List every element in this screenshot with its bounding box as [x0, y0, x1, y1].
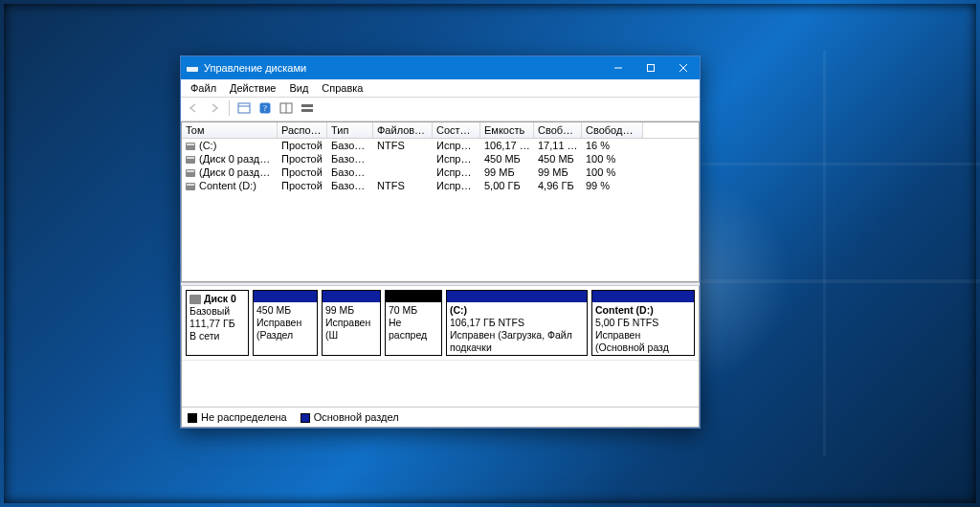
col-volume[interactable]: Том: [182, 122, 278, 138]
legend-bar: Не распределена Основной раздел: [182, 407, 699, 427]
disk-row[interactable]: Диск 0 Базовый 111,77 ГБ В сети 450 МБИс…: [182, 286, 699, 361]
svg-rect-1: [187, 64, 198, 67]
nav-back-button[interactable]: [185, 99, 202, 117]
disk-management-window: Управление дисками Файл Действие Вид Спр…: [180, 55, 701, 429]
volumes-header[interactable]: Том Располо… Тип Файловая с… Состояние Е…: [182, 122, 699, 139]
window-title: Управление дисками: [204, 62, 602, 74]
titlebar[interactable]: Управление дисками: [181, 56, 700, 79]
partition-primary[interactable]: (C:)106,17 ГБ NTFSИсправен (Загрузка, Фа…: [446, 290, 588, 356]
maximize-button[interactable]: [635, 56, 667, 79]
col-status[interactable]: Состояние: [433, 122, 480, 138]
svg-rect-12: [301, 104, 313, 107]
table-row[interactable]: (C:)ПростойБазовыйNTFSИсправен…106,17 ГБ…: [182, 139, 699, 152]
table-row[interactable]: (Диск 0 раздел 2)ПростойБазовыйИсправен……: [182, 165, 699, 179]
menubar: Файл Действие Вид Справка: [181, 79, 700, 98]
partition-unallocated[interactable]: 70 МБНе распред: [385, 290, 442, 356]
toolbar: ?: [181, 98, 700, 121]
table-row[interactable]: Content (D:)ПростойБазовыйNTFSИсправен…5…: [182, 179, 699, 192]
partition-primary[interactable]: Content (D:)5,00 ГБ NTFSИсправен (Основн…: [591, 290, 695, 356]
partition-primary[interactable]: 450 МБИсправен (Раздел: [253, 290, 318, 356]
col-filesystem[interactable]: Файловая с…: [373, 122, 433, 138]
partition-primary[interactable]: 99 МБИсправен (Ш: [322, 290, 381, 356]
disk-info-box[interactable]: Диск 0 Базовый 111,77 ГБ В сети: [186, 290, 249, 356]
col-type[interactable]: Тип: [327, 122, 373, 138]
table-row[interactable]: (Диск 0 раздел 1)ПростойБазовыйИсправен……: [182, 152, 699, 165]
app-icon: [186, 61, 199, 75]
legend-primary: Основной раздел: [301, 411, 399, 423]
help-icon[interactable]: ?: [256, 99, 274, 117]
toolbar-properties-icon[interactable]: [235, 99, 253, 117]
col-layout[interactable]: Располо…: [278, 122, 327, 138]
drive-icon: [186, 143, 195, 150]
disk-panel: Диск 0 Базовый 111,77 ГБ В сети 450 МБИс…: [181, 286, 700, 428]
col-free[interactable]: Свободн…: [534, 122, 582, 138]
menu-view[interactable]: Вид: [283, 81, 314, 95]
drive-icon: [186, 183, 195, 190]
disk-status: В сети: [189, 330, 245, 342]
disk-type: Базовый: [189, 305, 245, 318]
svg-rect-3: [648, 65, 655, 72]
disk-size: 111,77 ГБ: [189, 318, 245, 330]
drive-icon: [186, 156, 195, 164]
volumes-table[interactable]: Том Располо… Тип Файловая с… Состояние Е…: [181, 121, 700, 282]
minimize-button[interactable]: [602, 56, 635, 79]
legend-unallocated: Не распределена: [188, 411, 287, 423]
disk-icon: [189, 295, 201, 304]
svg-rect-6: [238, 103, 250, 113]
col-freepct[interactable]: Свободно %: [582, 122, 643, 138]
close-button[interactable]: [667, 56, 700, 79]
menu-action[interactable]: Действие: [224, 81, 281, 95]
svg-rect-13: [301, 109, 313, 112]
disk-label: Диск 0: [204, 293, 236, 304]
menu-file[interactable]: Файл: [185, 81, 222, 95]
nav-forward-button[interactable]: [206, 99, 223, 117]
drive-icon: [186, 169, 195, 177]
menu-help[interactable]: Справка: [316, 81, 368, 95]
col-capacity[interactable]: Емкость: [480, 122, 534, 138]
list-icon[interactable]: [299, 99, 316, 117]
refresh-icon[interactable]: [278, 99, 295, 117]
svg-text:?: ?: [263, 103, 267, 113]
